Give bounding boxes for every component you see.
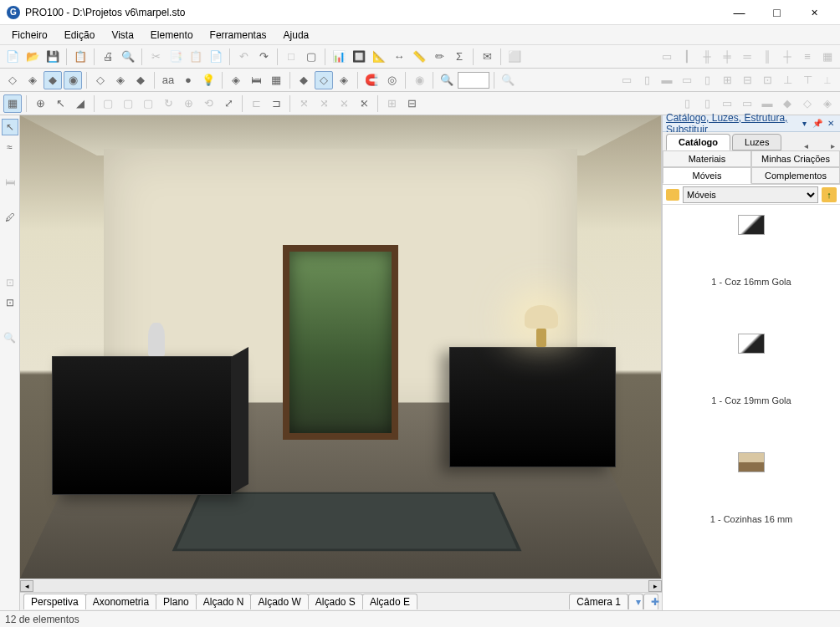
scroll-right-button[interactable]: ▸ xyxy=(648,580,662,592)
camera-dropdown[interactable]: ▾ xyxy=(628,594,643,609)
toolbar-button[interactable]: ◆ xyxy=(131,71,150,89)
catalog-item[interactable]: 1 - Coz 19mm Gola xyxy=(663,329,840,447)
toolbar-button[interactable]: ⤢ xyxy=(219,94,238,113)
toolbar-button[interactable]: 💾 xyxy=(44,48,62,66)
tab-plano[interactable]: Plano xyxy=(156,594,197,609)
scene-rug xyxy=(172,492,522,551)
toolbar-button[interactable]: ◈ xyxy=(23,71,42,89)
menu-elemento[interactable]: Elemento xyxy=(142,28,202,43)
path-select[interactable]: Móveis xyxy=(683,186,818,203)
menu-ferramentas[interactable]: Ferramentas xyxy=(202,28,275,43)
scroll-track[interactable] xyxy=(33,580,648,592)
tab-alcado-s[interactable]: Alçado S xyxy=(308,594,363,609)
toolbar-button[interactable]: ◢ xyxy=(71,94,90,113)
folder-icon xyxy=(666,189,679,201)
toolbar-button[interactable]: ▦ xyxy=(3,94,22,113)
toolbar-button[interactable]: ⊕ xyxy=(31,94,49,113)
scroll-left-button[interactable]: ◂ xyxy=(20,580,33,592)
toolbar-button[interactable]: 🧲 xyxy=(362,71,381,89)
panel-close-icon[interactable]: ✕ xyxy=(825,119,837,128)
toolbar-button[interactable]: ◇ xyxy=(3,71,22,89)
panel-pin-icon[interactable]: 📌 xyxy=(812,119,823,128)
toolbar-button[interactable]: ⊐ xyxy=(267,94,285,113)
tab-camera[interactable]: Câmera 1 xyxy=(569,594,628,609)
toolbar-button[interactable]: ◉ xyxy=(64,71,82,89)
toolbar-button[interactable]: ▢ xyxy=(302,48,320,66)
scene-door xyxy=(283,245,398,440)
toolbar-button[interactable]: 📏 xyxy=(410,48,428,66)
tab-alcado-n[interactable]: Alçado N xyxy=(196,594,252,609)
toolbar-button[interactable]: ◆ xyxy=(44,71,62,89)
add-view-button[interactable]: ✚ xyxy=(643,594,658,609)
menu-edicao[interactable]: Edição xyxy=(56,28,104,43)
minimize-button[interactable]: — xyxy=(720,0,758,25)
toolbar-button[interactable]: ⬜ xyxy=(505,48,524,66)
toolbar-button[interactable]: Σ xyxy=(450,48,469,66)
tab-luzes[interactable]: Luzes xyxy=(732,134,781,150)
toolbar-row-1: 📄📂💾📋🖨🔍✂📑📋📄↶↷□▢📊🔲📐↔📏✏Σ✉⬜▭┃╫╪═║┼≡▦ xyxy=(0,45,840,69)
catalog-item[interactable]: 1 - Cozinhas 16 mm xyxy=(663,447,840,566)
catalog-list[interactable]: 1 - Coz 16mm Gola 1 - Coz 19mm Gola 1 - … xyxy=(663,205,840,610)
toolbar-button: ⊤ xyxy=(798,71,817,89)
menu-ajuda[interactable]: Ajuda xyxy=(275,28,318,43)
left-tool-button[interactable]: 🖊 xyxy=(2,209,18,226)
toolbar-button[interactable]: 🖨 xyxy=(99,48,117,66)
toolbar-button[interactable]: ◎ xyxy=(382,71,401,89)
catalog-item[interactable]: 1 - Coz 16mm Gola xyxy=(663,210,840,329)
toolbar-button[interactable]: ◈ xyxy=(111,71,130,89)
toolbar-button: ◆ xyxy=(778,94,796,113)
toolbar-button[interactable]: aa xyxy=(159,71,177,89)
subtab-minhas-criacoes[interactable]: Minhas Criações xyxy=(751,150,840,167)
toolbar-button[interactable]: ◇ xyxy=(315,71,333,89)
subtab-moveis[interactable]: Móveis xyxy=(663,167,751,184)
toolbar-button[interactable]: ⊟ xyxy=(402,94,421,113)
toolbar-button[interactable]: ● xyxy=(179,71,197,89)
left-tool-button[interactable]: ⊡ xyxy=(2,294,18,311)
toolbar-button[interactable]: ◈ xyxy=(227,71,245,89)
toolbar-combo[interactable] xyxy=(458,72,489,89)
toolbar-button[interactable]: 🔲 xyxy=(350,48,368,66)
panel-dropdown-icon[interactable]: ▾ xyxy=(798,119,810,128)
menu-vista[interactable]: Vista xyxy=(103,28,141,43)
toolbar-button[interactable]: 🔍 xyxy=(119,48,137,66)
toolbar-button[interactable]: ◇ xyxy=(91,71,110,89)
toolbar-button[interactable]: 📋 xyxy=(71,48,90,66)
tabs-nav-left[interactable]: ◂ xyxy=(802,141,810,150)
viewport-3d[interactable] xyxy=(20,115,662,579)
toolbar-button[interactable]: 📊 xyxy=(330,48,348,66)
toolbar-button[interactable]: 🔍 xyxy=(438,71,456,89)
toolbar-button[interactable]: 📂 xyxy=(23,48,42,66)
tab-perspetiva[interactable]: Perspetiva xyxy=(23,594,86,609)
toolbar-button[interactable]: ⤪ xyxy=(355,94,373,113)
tab-axonometria[interactable]: Axonometria xyxy=(85,594,156,609)
left-tool-button: 🛏 xyxy=(2,174,18,191)
toolbar-button[interactable]: 💡 xyxy=(199,71,218,89)
left-tool-button[interactable]: ↖ xyxy=(2,119,18,135)
horizontal-scrollbar[interactable]: ◂ ▸ xyxy=(20,579,662,592)
subtab-materiais[interactable]: Materiais xyxy=(663,150,751,167)
toolbar-button[interactable]: 🛏 xyxy=(247,71,265,89)
menu-ficheiro[interactable]: Ficheiro xyxy=(3,28,56,43)
folder-up-button[interactable]: ↑ xyxy=(822,187,837,202)
toolbar-button[interactable]: 📄 xyxy=(3,48,22,66)
toolbar-button[interactable]: ◆ xyxy=(295,71,313,89)
catalog-item-label: 1 - Coz 16mm Gola xyxy=(711,277,791,287)
left-tool-button[interactable]: ≈ xyxy=(2,139,18,155)
toolbar-row-3: ▦⊕↖◢▢▢▢↻⊕⟲⤢⊏⊐⤧⤨⤩⤪⊞⊟▯▯▭▭▬◆◇◈ xyxy=(0,92,840,115)
close-button[interactable]: × xyxy=(796,0,833,25)
toolbar-button[interactable]: ▦ xyxy=(267,71,285,89)
toolbar-button[interactable]: ✏ xyxy=(430,48,448,66)
maximize-button[interactable]: □ xyxy=(758,0,796,25)
toolbar-button[interactable]: ↖ xyxy=(51,94,69,113)
toolbar-button[interactable]: ↔ xyxy=(390,48,408,66)
tabs-nav-right[interactable]: ▸ xyxy=(829,141,837,150)
toolbar-button[interactable]: ✉ xyxy=(478,48,496,66)
toolbar-button[interactable]: 📄 xyxy=(207,48,225,66)
toolbar-button[interactable]: 📐 xyxy=(370,48,388,66)
subtab-complementos[interactable]: Complementos xyxy=(751,167,840,184)
tab-alcado-w[interactable]: Alçado W xyxy=(250,594,308,609)
toolbar-button[interactable]: ◈ xyxy=(335,71,353,89)
tab-alcado-e[interactable]: Alçado E xyxy=(362,594,417,609)
tab-catalogo[interactable]: Catálogo xyxy=(666,134,730,150)
toolbar-button[interactable]: ↷ xyxy=(254,48,273,66)
